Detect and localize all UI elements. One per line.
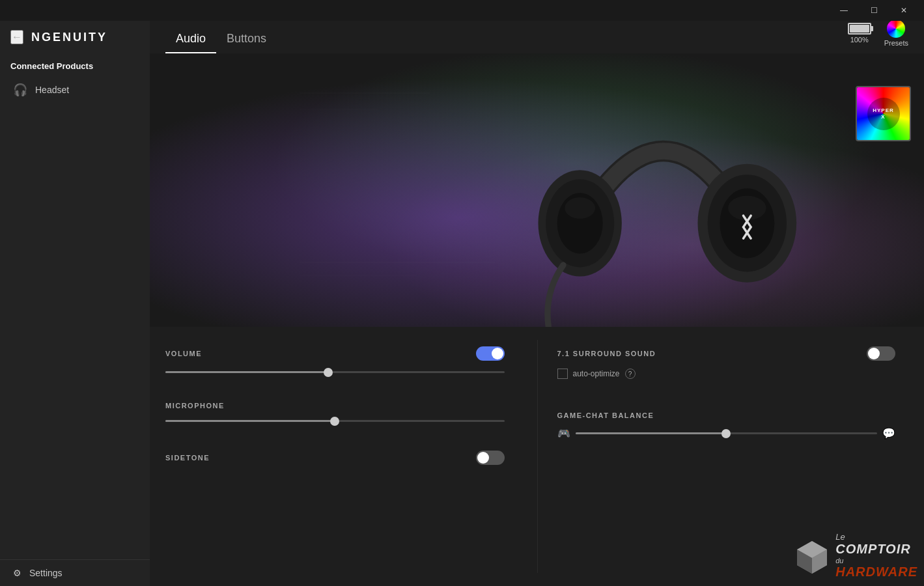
volume-slider-fill bbox=[165, 371, 328, 373]
microphone-slider-container[interactable] bbox=[165, 417, 505, 425]
battery-label: 100% bbox=[850, 36, 869, 44]
chat-icon: 💬 bbox=[882, 427, 895, 440]
hero-area: HYPERX bbox=[150, 53, 924, 327]
window-controls: — ☐ ✕ bbox=[829, 0, 919, 21]
volume-slider-container[interactable] bbox=[165, 369, 505, 376]
presets-label: Presets bbox=[884, 39, 908, 47]
auto-optimize-checkbox[interactable] bbox=[557, 369, 568, 379]
top-bar-right: 100% Presets bbox=[848, 21, 908, 47]
close-button[interactable]: ✕ bbox=[889, 0, 919, 21]
microphone-slider-track bbox=[165, 420, 505, 422]
logo: NGENUITY bbox=[31, 31, 107, 44]
app-body: ← NGENUITY Connected Products 🎧 Headset … bbox=[0, 21, 924, 586]
settings-icon: ⚙ bbox=[13, 568, 21, 578]
headset-svg bbox=[501, 60, 826, 327]
game-chat-slider[interactable] bbox=[576, 432, 878, 434]
svg-point-9 bbox=[728, 196, 766, 220]
sidebar-item-settings[interactable]: ⚙ Settings bbox=[0, 559, 150, 586]
auto-optimize-row: auto-optimize ? bbox=[557, 369, 896, 379]
game-chat-slider-container: 🎮 💬 bbox=[557, 427, 896, 440]
right-controls: 7.1 SURROUND SOUND auto-optimize ? bbox=[537, 340, 909, 573]
connected-products-label: Connected Products bbox=[0, 53, 150, 76]
surround-label: 7.1 SURROUND SOUND bbox=[557, 350, 656, 357]
sidetone-label-row: SIDETONE bbox=[165, 451, 505, 465]
microphone-slider-fill bbox=[165, 420, 335, 422]
surround-group: 7.1 SURROUND SOUND auto-optimize ? bbox=[557, 340, 909, 385]
sidebar-spacer bbox=[0, 104, 150, 559]
sidebar-item-headset[interactable]: 🎧 Headset bbox=[0, 76, 150, 104]
volume-slider-track bbox=[165, 371, 505, 373]
sidetone-toggle-track bbox=[476, 451, 505, 465]
help-icon[interactable]: ? bbox=[625, 369, 636, 379]
sidetone-toggle-thumb bbox=[477, 452, 489, 464]
settings-label: Settings bbox=[29, 568, 63, 578]
microphone-label: MICROPHONE bbox=[165, 402, 505, 410]
volume-label-row: VOLUME bbox=[165, 346, 505, 361]
presets-section[interactable]: Presets bbox=[884, 21, 908, 47]
sidebar-header: ← NGENUITY bbox=[0, 21, 150, 53]
sidetone-toggle[interactable] bbox=[476, 451, 505, 465]
volume-group: VOLUME bbox=[165, 340, 518, 382]
microphone-slider-thumb[interactable] bbox=[330, 417, 339, 426]
tab-audio[interactable]: Audio bbox=[165, 27, 216, 53]
controls-area: VOLUME bbox=[150, 327, 924, 586]
game-chat-slider-track bbox=[576, 432, 878, 434]
game-chat-label: GAME-CHAT BALANCE bbox=[557, 412, 896, 419]
volume-label: VOLUME bbox=[165, 350, 202, 357]
back-button[interactable]: ← bbox=[10, 30, 23, 44]
minimize-button[interactable]: — bbox=[829, 0, 859, 21]
sidebar: ← NGENUITY Connected Products 🎧 Headset … bbox=[0, 21, 150, 586]
game-chat-group: GAME-CHAT BALANCE 🎮 💬 bbox=[557, 405, 909, 446]
volume-slider-thumb[interactable] bbox=[324, 368, 333, 377]
headset-image-container bbox=[481, 60, 846, 327]
headset-label: Headset bbox=[35, 85, 69, 95]
volume-toggle-track bbox=[476, 346, 505, 361]
volume-toggle-thumb bbox=[492, 348, 503, 359]
surround-toggle[interactable] bbox=[867, 346, 895, 361]
left-controls: VOLUME bbox=[165, 340, 537, 573]
surround-toggle-thumb bbox=[868, 348, 880, 359]
battery-section: 100% bbox=[848, 23, 871, 44]
game-chat-slider-thumb[interactable] bbox=[721, 429, 731, 438]
volume-toggle[interactable] bbox=[476, 346, 505, 361]
top-bar: Audio Buttons 100% Presets bbox=[150, 21, 924, 53]
presets-icon bbox=[887, 21, 905, 38]
svg-point-8 bbox=[565, 197, 595, 219]
surround-toggle-track bbox=[867, 346, 895, 361]
headset-icon: 🎧 bbox=[13, 83, 27, 97]
presets-thumbnail[interactable]: HYPERX bbox=[856, 86, 911, 141]
content-area: Audio Buttons 100% Presets bbox=[150, 21, 924, 586]
battery-fill bbox=[850, 25, 869, 33]
surround-label-row: 7.1 SURROUND SOUND bbox=[557, 346, 896, 361]
auto-optimize-label: auto-optimize bbox=[573, 369, 620, 378]
tab-buttons[interactable]: Buttons bbox=[216, 27, 277, 53]
sidetone-label: SIDETONE bbox=[165, 454, 210, 462]
maximize-button[interactable]: ☐ bbox=[859, 0, 889, 21]
battery-icon bbox=[848, 23, 871, 35]
microphone-group: MICROPHONE bbox=[165, 395, 518, 431]
game-icon: 🎮 bbox=[557, 427, 570, 440]
sidetone-group: SIDETONE bbox=[165, 444, 518, 479]
game-chat-slider-fill bbox=[576, 432, 727, 434]
titlebar: — ☐ ✕ bbox=[0, 0, 924, 21]
